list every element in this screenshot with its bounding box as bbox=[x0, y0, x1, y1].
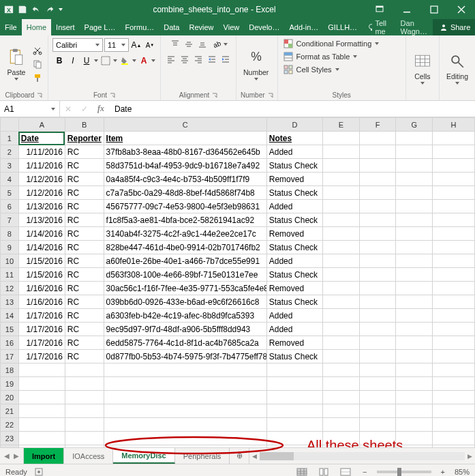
select-all-corner[interactable] bbox=[1, 118, 19, 132]
cell[interactable] bbox=[359, 132, 396, 145]
cell[interactable] bbox=[104, 363, 266, 377]
tellme[interactable]: Tell me bbox=[362, 19, 395, 35]
row-header[interactable]: 11 bbox=[1, 268, 19, 282]
cell[interactable] bbox=[266, 377, 322, 391]
cell[interactable] bbox=[323, 404, 360, 418]
cell[interactable] bbox=[433, 432, 475, 445]
cell[interactable] bbox=[323, 200, 360, 213]
dialog-launcher-icon[interactable] bbox=[268, 93, 273, 98]
cell[interactable]: RC bbox=[65, 227, 104, 241]
cell[interactable] bbox=[359, 241, 396, 254]
cell[interactable]: 1/16/2016 bbox=[18, 295, 65, 309]
font-color-dropdown[interactable] bbox=[151, 59, 155, 62]
cell[interactable]: Removed bbox=[266, 336, 322, 350]
cell[interactable] bbox=[396, 186, 433, 200]
cell[interactable]: 1/15/2016 bbox=[18, 268, 65, 282]
cell[interactable] bbox=[18, 404, 65, 418]
close-button[interactable] bbox=[448, 0, 475, 19]
row-header[interactable]: 13 bbox=[1, 295, 19, 309]
align-center-button[interactable] bbox=[179, 53, 191, 65]
row-header[interactable]: 12 bbox=[1, 282, 19, 295]
cell[interactable] bbox=[323, 268, 360, 282]
cancel-formula-button[interactable]: ✕ bbox=[60, 104, 76, 114]
minimize-button[interactable] bbox=[393, 0, 420, 19]
cell[interactable] bbox=[359, 445, 396, 448]
cell[interactable]: Added bbox=[266, 254, 322, 268]
cell[interactable] bbox=[359, 391, 396, 404]
cell[interactable] bbox=[396, 309, 433, 323]
cell[interactable] bbox=[18, 432, 65, 445]
tab-home[interactable]: Home bbox=[22, 19, 51, 35]
cell[interactable] bbox=[433, 132, 475, 145]
cell[interactable]: Status Check bbox=[266, 186, 322, 200]
cell[interactable] bbox=[323, 241, 360, 254]
cell[interactable] bbox=[323, 227, 360, 241]
underline-dropdown[interactable] bbox=[94, 59, 98, 62]
cell-styles-button[interactable]: Cell Styles bbox=[282, 64, 341, 75]
cell[interactable] bbox=[104, 377, 266, 391]
cell[interactable] bbox=[18, 363, 65, 377]
cell[interactable] bbox=[433, 241, 475, 254]
view-page-break-button[interactable] bbox=[338, 466, 353, 477]
cell[interactable] bbox=[65, 445, 104, 448]
border-dropdown[interactable] bbox=[113, 59, 117, 62]
sheet-nav-next[interactable]: ▶ bbox=[14, 452, 19, 460]
increase-indent-button[interactable] bbox=[219, 53, 232, 65]
cell[interactable]: RC bbox=[65, 309, 104, 323]
cell[interactable]: f1c8f5a3-ae81-4bfa-bce2-58261941ac92 bbox=[104, 213, 266, 227]
col-header-C[interactable]: C bbox=[104, 118, 266, 132]
cell[interactable] bbox=[323, 309, 360, 323]
cell[interactable] bbox=[266, 404, 322, 418]
cell[interactable] bbox=[396, 432, 433, 445]
cell[interactable] bbox=[104, 445, 266, 448]
cell[interactable] bbox=[433, 336, 475, 350]
col-header-E[interactable]: E bbox=[323, 118, 360, 132]
cell[interactable] bbox=[396, 363, 433, 377]
tab-developer[interactable]: Develo… bbox=[244, 19, 284, 35]
format-painter-button[interactable] bbox=[31, 72, 44, 84]
cell[interactable] bbox=[433, 309, 475, 323]
cell[interactable] bbox=[396, 173, 433, 186]
cell[interactable] bbox=[433, 145, 475, 159]
italic-button[interactable]: I bbox=[67, 55, 79, 67]
cell[interactable] bbox=[323, 132, 360, 145]
sheet-tab-peripherals[interactable]: Peripherals bbox=[175, 448, 230, 464]
cell[interactable]: 37fb8ab3-8eaa-48b0-8167-d364562e645b bbox=[104, 145, 266, 159]
cell[interactable] bbox=[433, 404, 475, 418]
align-left-button[interactable] bbox=[165, 53, 177, 65]
tab-insert[interactable]: Insert bbox=[51, 19, 80, 35]
cell[interactable] bbox=[433, 295, 475, 309]
cell[interactable]: 58d3751d-b4af-4953-9dc9-b16718e7a492 bbox=[104, 159, 266, 173]
cell[interactable] bbox=[323, 445, 360, 448]
horizontal-scrollbar[interactable]: ◀ ▶ bbox=[249, 448, 475, 464]
cell[interactable] bbox=[396, 282, 433, 295]
cell[interactable]: 1/12/2016 bbox=[18, 186, 65, 200]
tab-data[interactable]: Data bbox=[159, 19, 184, 35]
cell[interactable] bbox=[65, 418, 104, 432]
cell[interactable]: Date bbox=[18, 132, 65, 145]
redo-icon[interactable] bbox=[45, 5, 55, 14]
cell[interactable]: 30ac56c1-f16f-7fee-4e35-9771-553ca5fe4e8… bbox=[104, 282, 266, 295]
cell[interactable]: Status Check bbox=[266, 295, 322, 309]
number-format-button[interactable]: % Number bbox=[241, 46, 271, 82]
bold-button[interactable]: B bbox=[53, 55, 65, 67]
row-header[interactable]: 4 bbox=[1, 173, 19, 186]
cell[interactable] bbox=[18, 445, 65, 448]
shrink-font-button[interactable]: A▼ bbox=[144, 39, 156, 51]
cell[interactable]: d563f308-100e-4e66-89bf-715e0131e7ee bbox=[104, 268, 266, 282]
row-header[interactable]: 10 bbox=[1, 254, 19, 268]
cell[interactable] bbox=[396, 404, 433, 418]
sheet-tab-memorydisc[interactable]: MemoryDisc bbox=[113, 448, 174, 464]
orientation-button[interactable]: ab bbox=[210, 38, 222, 50]
cell[interactable] bbox=[359, 254, 396, 268]
cell[interactable]: RC bbox=[65, 213, 104, 227]
cell[interactable] bbox=[104, 432, 266, 445]
cell[interactable] bbox=[359, 282, 396, 295]
cell[interactable] bbox=[266, 418, 322, 432]
format-as-table-button[interactable]: Format as Table bbox=[282, 51, 359, 62]
cell[interactable]: 1/16/2016 bbox=[18, 282, 65, 295]
copy-button[interactable] bbox=[31, 58, 44, 70]
cell[interactable] bbox=[433, 377, 475, 391]
cell[interactable] bbox=[396, 159, 433, 173]
cell[interactable] bbox=[396, 418, 433, 432]
